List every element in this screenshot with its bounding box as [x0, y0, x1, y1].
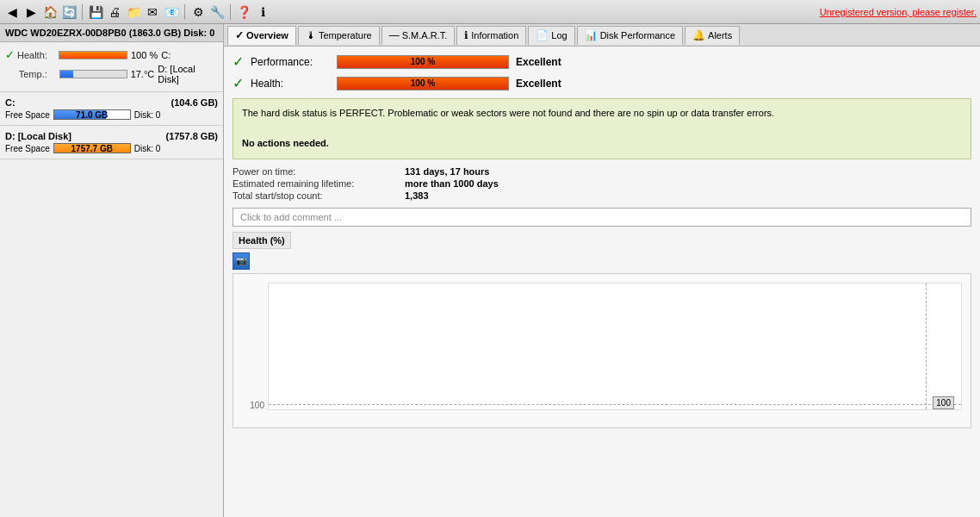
chart-area: 100 100: [233, 273, 971, 428]
health-status-row: ✓ Health: 100 % Excellent: [233, 75, 971, 91]
estimated-row: Estimated remaining lifetime: more than …: [233, 178, 971, 189]
chart-title: Health (%): [233, 232, 291, 249]
volume-c-size: (104.6 GB): [171, 97, 218, 108]
volume-c-bar: 71.0 GB: [53, 109, 131, 120]
toolbar-sep-2: [184, 4, 185, 20]
power-on-value: 131 days, 17 hours: [405, 166, 489, 177]
temp-drive: D: [Local Disk]: [158, 64, 218, 84]
health-drive: C:: [161, 50, 171, 60]
performance-label: Performance:: [251, 56, 337, 68]
chart-camera-icon: 📷: [236, 256, 246, 265]
toolbar-icon-help[interactable]: ❓: [235, 3, 252, 21]
volume-c-free-label: Free Space: [5, 110, 50, 120]
volume-d-free-label: Free Space: [5, 144, 50, 153]
volume-d-header: D: [Local Disk] (1757.8 GB): [5, 131, 218, 141]
temp-label: Temp.:: [19, 69, 59, 79]
info-line2: No actions needed.: [242, 138, 329, 148]
disk-performance-icon: 📊: [585, 29, 598, 41]
chart-camera-button[interactable]: 📷: [233, 252, 250, 270]
disk-info-section: ✓ Health: 100 % C: Temp.: 17.°C D: [Loca…: [0, 42, 223, 92]
tab-overview-label: Overview: [246, 30, 288, 40]
stats-section: Power on time: 131 days, 17 hours Estima…: [233, 166, 971, 201]
info-line1: The hard disk status is PERFECT. Problem…: [242, 108, 774, 118]
toolbar-icon-print[interactable]: 🖨: [106, 3, 123, 21]
smart-icon: —: [389, 29, 400, 41]
log-icon: 📄: [536, 29, 549, 41]
tab-bar: ✓ Overview 🌡 Temperature — S.M.A.R.T. ℹ …: [224, 24, 980, 47]
toolbar-icon-settings[interactable]: ⚙: [189, 3, 207, 21]
estimated-value: more than 1000 days: [405, 178, 499, 189]
temperature-icon: 🌡: [306, 29, 316, 41]
toolbar-sep-3: [230, 4, 231, 20]
volume-d-free-value: 1757.7 GB: [54, 144, 130, 153]
temp-bar: [59, 70, 127, 78]
performance-row: ✓ Performance: 100 % Excellent: [233, 53, 971, 70]
toolbar-icon-forward[interactable]: ▶: [22, 3, 40, 21]
health-row: ✓ Health: 100 % C:: [5, 48, 218, 61]
left-panel: WDC WD20EZRX-00D8PB0 (1863.0 GB) Disk: 0…: [0, 24, 224, 517]
toolbar-icon-info[interactable]: ℹ: [254, 3, 271, 21]
alerts-icon: 🔔: [692, 29, 705, 41]
health-check-icon: ✓: [5, 48, 15, 61]
health-label: Health:: [17, 50, 59, 60]
start-stop-label: Total start/stop count:: [233, 190, 405, 201]
performance-bar: 100 %: [337, 55, 509, 69]
volume-d-bar-row: Free Space 1757.7 GB Disk: 0: [5, 143, 218, 153]
unregistered-link[interactable]: Unregistered version, please register.: [820, 7, 977, 17]
tab-smart[interactable]: — S.M.A.R.T.: [381, 26, 456, 45]
volume-d-name: D: [Local Disk]: [5, 131, 71, 141]
tab-temperature[interactable]: 🌡 Temperature: [298, 26, 380, 45]
disk-header: WDC WD20EZRX-00D8PB0 (1863.0 GB) Disk: 0: [0, 24, 223, 42]
tab-log[interactable]: 📄 Log: [528, 26, 574, 45]
volume-c-section: C: (104.6 GB) Free Space 71.0 GB Disk: 0: [0, 92, 223, 126]
tab-disk-performance[interactable]: 📊 Disk Performance: [577, 26, 683, 45]
chart-yaxis: 100: [233, 274, 268, 427]
performance-result: Excellent: [516, 56, 561, 68]
right-panel: ✓ Overview 🌡 Temperature — S.M.A.R.T. ℹ …: [224, 24, 980, 517]
toolbar-icon-email2[interactable]: 📧: [163, 3, 180, 21]
toolbar-icon-settings2[interactable]: 🔧: [208, 3, 226, 21]
chart-toolbar: 📷: [233, 252, 971, 270]
volume-c-header: C: (104.6 GB): [5, 97, 218, 108]
volume-c-free-value: 71.0 GB: [54, 110, 130, 120]
tab-log-label: Log: [551, 30, 567, 40]
chart-y-label: 100: [250, 401, 264, 410]
toolbar-icon-refresh[interactable]: 🔄: [60, 3, 78, 21]
chart-dotted-line: [269, 404, 961, 405]
chart-vertical-line: [926, 283, 927, 409]
health-progress-value: 100 %: [338, 78, 508, 88]
toolbar-icon-home[interactable]: 🏠: [41, 3, 59, 21]
tab-alerts[interactable]: 🔔 Alerts: [685, 26, 740, 45]
performance-check-icon: ✓: [233, 53, 244, 70]
toolbar: ◀ ▶ 🏠 🔄 💾 🖨 📁 ✉ 📧 ⚙ 🔧 ❓ ℹ Unregistered v…: [0, 0, 980, 24]
estimated-label: Estimated remaining lifetime:: [233, 178, 405, 189]
toolbar-icon-email[interactable]: ✉: [144, 3, 161, 21]
temp-row: Temp.: 17.°C D: [Local Disk]: [5, 64, 218, 84]
toolbar-icon-save[interactable]: 💾: [87, 3, 104, 21]
health-bar-fill: [59, 52, 127, 59]
tab-information[interactable]: ℹ Information: [456, 26, 526, 45]
health-value: 100 %: [131, 50, 158, 60]
toolbar-icon-back[interactable]: ◀: [3, 3, 21, 21]
health-status-check-icon: ✓: [233, 75, 244, 91]
volume-c-disk: Disk: 0: [134, 110, 161, 120]
tab-smart-label: S.M.A.R.T.: [402, 30, 448, 40]
health-bar: [59, 51, 127, 59]
volume-c-bar-row: Free Space 71.0 GB Disk: 0: [5, 109, 218, 120]
tab-overview[interactable]: ✓ Overview: [227, 26, 296, 45]
main-layout: WDC WD20EZRX-00D8PB0 (1863.0 GB) Disk: 0…: [0, 24, 980, 517]
power-on-row: Power on time: 131 days, 17 hours: [233, 166, 971, 177]
comment-box[interactable]: Click to add comment ...: [233, 208, 971, 227]
content-area: ✓ Performance: 100 % Excellent ✓ Health:…: [224, 47, 980, 517]
volume-c-name: C:: [5, 97, 16, 108]
volume-d-disk: Disk: 0: [134, 144, 161, 153]
tab-temperature-label: Temperature: [319, 30, 372, 40]
overview-check-icon: ✓: [235, 29, 244, 41]
toolbar-icon-folder[interactable]: 📁: [125, 3, 142, 21]
tab-disk-performance-label: Disk Performance: [600, 30, 675, 40]
chart-plot: 100: [268, 283, 962, 410]
volume-d-section: D: [Local Disk] (1757.8 GB) Free Space 1…: [0, 126, 223, 159]
info-box: The hard disk status is PERFECT. Problem…: [233, 98, 971, 159]
health-status-label: Health:: [251, 78, 337, 90]
start-stop-row: Total start/stop count: 1,383: [233, 190, 971, 201]
